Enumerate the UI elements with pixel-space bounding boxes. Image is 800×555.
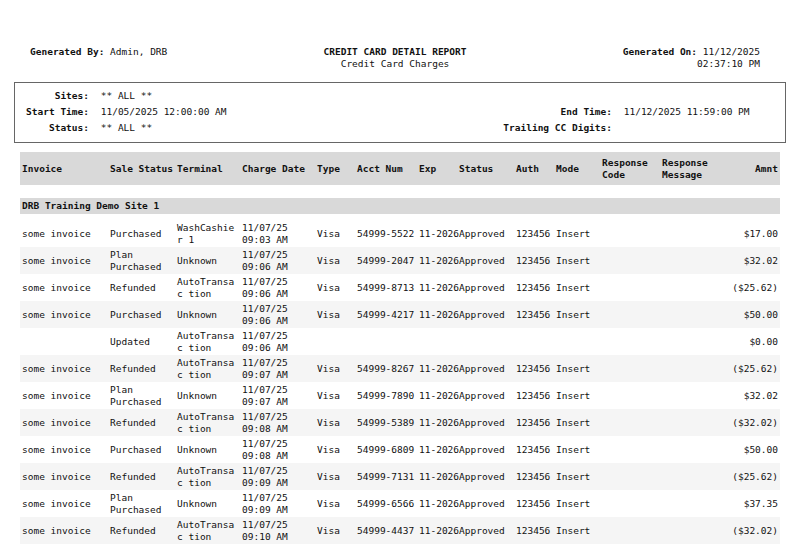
table-row: some invoicePlan PurchasedUnknown11/07/2… [20,490,780,517]
cell-amnt: ($25.62) [722,363,780,375]
cell-acct_num: 54999-8713 [355,282,417,294]
cell-status: Approved [457,282,514,294]
cell-acct_num: 54999-2047 [355,255,417,267]
cell-exp: 11-2026 [417,390,457,402]
report-header: Generated By: Admin, DRB CREDIT CARD DET… [0,46,800,70]
cell-terminal: AutoTransac tion [175,276,240,300]
cell-sale_status: Refunded [108,282,175,294]
cell-type: Visa [315,525,355,537]
cell-charge_date: 11/07/25 09:03 AM [240,222,315,246]
table-row: some invoiceRefundedAutoTransac tion11/0… [20,463,780,490]
cell-amnt: $37.35 [722,498,780,510]
filter-row-status: Status: ** ALL ** Trailing CC Digits: [15,120,785,136]
column-header-exp: Exp [417,163,457,175]
charges-table: InvoiceSale StatusTerminalCharge DateTyp… [20,152,780,544]
cell-type: Visa [315,498,355,510]
cell-amnt: $50.00 [722,309,780,321]
cell-charge_date: 11/07/25 09:08 AM [240,438,315,462]
cell-terminal: Unknown [175,498,240,510]
column-header-type: Type [315,163,355,175]
filter-row-sites: Sites: ** ALL ** [15,88,785,104]
cell-mode: Insert [554,498,600,510]
cell-auth: 123456 [514,525,554,537]
cell-exp: 11-2026 [417,228,457,240]
table-row: some invoicePlan PurchasedUnknown11/07/2… [20,247,780,274]
cell-type: Visa [315,282,355,294]
generated-on-date: 11/12/2025 [703,46,760,57]
table-row: some invoiceRefundedAutoTransac tion11/0… [20,274,780,301]
cell-type: Visa [315,255,355,267]
cell-charge_date: 11/07/25 09:07 AM [240,384,315,408]
cell-sale_status: Purchased [108,228,175,240]
cell-auth: 123456 [514,498,554,510]
cell-type: Visa [315,471,355,483]
cell-auth: 123456 [514,390,554,402]
table-row: some invoiceRefundedAutoTransac tion11/0… [20,409,780,436]
cell-sale_status: Purchased [108,444,175,456]
cell-invoice: some invoice [20,525,108,537]
report-page: Generated By: Admin, DRB CREDIT CARD DET… [0,46,800,544]
column-header-status: Status [457,163,514,175]
cell-type: Visa [315,390,355,402]
cell-auth: 123456 [514,228,554,240]
end-time-value: 11/12/2025 11:59:00 PM [624,106,750,117]
cell-terminal: AutoTransac tion [175,330,240,354]
cell-acct_num: 54999-4217 [355,309,417,321]
cell-type: Visa [315,228,355,240]
cell-status: Approved [457,228,514,240]
cell-sale_status: Refunded [108,417,175,429]
cell-terminal: AutoTransac tion [175,519,240,543]
cell-terminal: WashCashier 1 [175,222,240,246]
cell-mode: Insert [554,390,600,402]
cell-charge_date: 11/07/25 09:09 AM [240,465,315,489]
column-header-invoice: Invoice [20,163,108,175]
cell-invoice: some invoice [20,498,108,510]
cell-terminal: Unknown [175,309,240,321]
column-header-mode: Mode [554,163,600,175]
cell-acct_num: 54999-4437 [355,525,417,537]
cell-amnt: $32.02 [722,390,780,402]
generated-by-value: Admin, DRB [110,46,167,57]
end-time-label: End Time: [400,104,612,120]
cell-exp: 11-2026 [417,309,457,321]
cell-sale_status: Plan Purchased [108,249,175,273]
table-row: some invoiceRefundedAutoTransac tion11/0… [20,355,780,382]
cell-amnt: ($25.62) [722,471,780,483]
cell-status: Approved [457,498,514,510]
start-time-value: 11/05/2025 12:00:00 AM [101,106,227,117]
cell-charge_date: 11/07/25 09:07 AM [240,357,315,381]
cell-mode: Insert [554,471,600,483]
cell-invoice: some invoice [20,471,108,483]
table-row: some invoicePurchasedWashCashier 111/07/… [20,220,780,247]
cell-status: Approved [457,363,514,375]
cell-mode: Insert [554,309,600,321]
cell-invoice: some invoice [20,309,108,321]
cell-status: Approved [457,390,514,402]
cell-acct_num: 54999-5389 [355,417,417,429]
cell-exp: 11-2026 [417,282,457,294]
cell-charge_date: 11/07/25 09:06 AM [240,330,315,354]
cell-type: Visa [315,417,355,429]
cell-invoice: some invoice [20,444,108,456]
cell-auth: 123456 [514,417,554,429]
cell-auth: 123456 [514,309,554,321]
cell-status: Approved [457,444,514,456]
cell-terminal: Unknown [175,444,240,456]
cell-acct_num: 54999-5522 [355,228,417,240]
cell-acct_num: 54999-6566 [355,498,417,510]
cell-charge_date: 11/07/25 09:10 AM [240,519,315,543]
cell-terminal: AutoTransac tion [175,411,240,435]
cell-terminal: Unknown [175,255,240,267]
cell-sale_status: Refunded [108,525,175,537]
cell-exp: 11-2026 [417,444,457,456]
cell-amnt: $0.00 [722,336,780,348]
column-header-acct_num: Acct Num [355,163,417,175]
filter-criteria-box: Sites: ** ALL ** Start Time: 11/05/2025 … [14,82,786,143]
cell-mode: Insert [554,363,600,375]
cell-invoice: some invoice [20,417,108,429]
cell-type: Visa [315,363,355,375]
generated-on: Generated On: 11/12/2025 02:37:10 PM [467,46,800,70]
table-row: UpdatedAutoTransac tion11/07/25 09:06 AM… [20,328,780,355]
cell-auth: 123456 [514,255,554,267]
cell-mode: Insert [554,282,600,294]
